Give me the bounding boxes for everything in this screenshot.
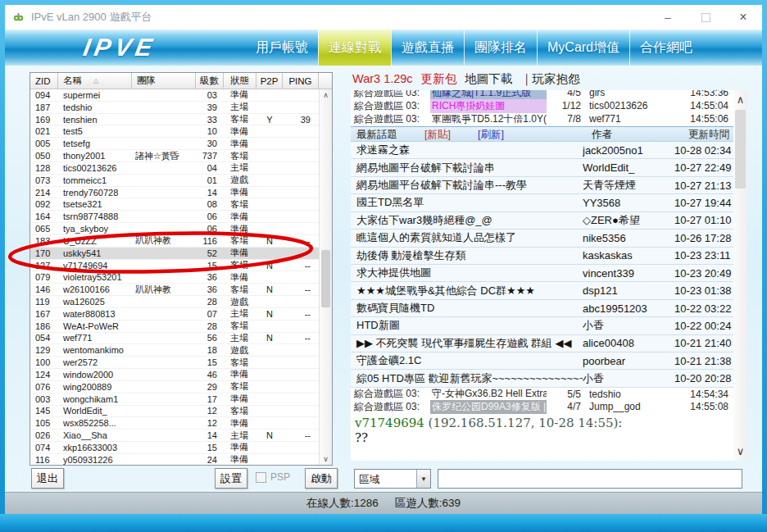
scrollbar-thumb[interactable] — [735, 110, 746, 189]
table-row[interactable]: 026Xiao__Sha14主場N-- — [30, 430, 319, 442]
table-row[interactable]: 129wentomankimo18遊戲 — [30, 344, 319, 357]
table-row[interactable]: 145WorldEdit_12客場 — [30, 406, 319, 418]
table-row[interactable]: 170uskky54152準備 — [30, 248, 319, 260]
launch-button[interactable]: 啟動 — [305, 468, 338, 489]
forum-row[interactable]: 數碼寶貝隨機TDabc1995120310-22 03:22 — [351, 300, 733, 317]
minimize-button[interactable]: – — [649, 5, 687, 30]
forum-row[interactable]: 綜05 HTD專區 歡迎新舊玩家~~~~~~~~~~~~~~~~小香10-20 … — [351, 370, 733, 387]
tab-mycard[interactable]: MyCard增值 — [537, 30, 629, 66]
forum-row[interactable]: HTD新圖小香10-22 00:24 — [351, 317, 733, 334]
player-level: 10 — [196, 126, 224, 136]
table-row[interactable]: 214trendy76072814準備 — [30, 187, 319, 199]
column-header-team[interactable]: 團隊 — [132, 73, 196, 89]
table-row[interactable]: 186WeAt-PoWeR28客場 — [30, 321, 319, 333]
forum-row[interactable]: 守護金礦2.1Cpoorbear10-21 21:38 — [351, 352, 733, 370]
update-pack-link[interactable]: 更新包 — [421, 72, 457, 85]
forum-row[interactable]: 劫後傳 動漫槍擊生存類kaskaskas10-23 23:11 — [351, 248, 733, 265]
app-window: IPvE vLan 2900 遊戲平台 – × IPVE 用戶帳號連線對戰遊戲直… — [0, 0, 767, 532]
table-row[interactable]: 116y05093122624準備 — [30, 454, 319, 465]
exit-button[interactable]: 退出 — [31, 468, 64, 489]
table-row[interactable]: 167water88081307主場N-- — [30, 308, 319, 321]
settings-button[interactable]: 設置 — [215, 468, 247, 489]
room-row[interactable]: 綜合遊戲區 03:守-女神Gx36.B2 Hell Extra5/5tedshi… — [351, 388, 733, 401]
table-row[interactable]: 164tsrn9877488806準備 — [30, 211, 319, 223]
player-level: 04 — [196, 163, 224, 173]
forum-row[interactable]: 求迷霧之森jack2005no110-28 02:34 — [351, 142, 733, 159]
table-row[interactable]: 076wing20088929客場 — [30, 381, 319, 393]
table-row[interactable]: 073tommeicc101遊戲 — [30, 175, 319, 187]
room-host: tedshio — [581, 389, 669, 400]
table-row[interactable]: 094supermei03準備 — [30, 89, 319, 102]
table-row[interactable]: 100wer257215客場 — [30, 357, 319, 369]
chat-message-header: v71749694 (192.168.51.127, 10-28 14:55): — [351, 416, 733, 430]
forum-row[interactable]: 國王TD黑名單YY356810-27 19:44 — [351, 194, 733, 211]
column-header-ping[interactable]: PING — [283, 73, 319, 89]
room-host: wef771 — [581, 113, 669, 125]
scroll-down-icon[interactable]: ∨ — [323, 455, 329, 463]
map-download-link[interactable]: 地圖下載 — [465, 72, 512, 85]
player-zid: 005 — [30, 139, 58, 148]
table-row[interactable]: 054wef77156主場N-- — [30, 333, 319, 345]
table-row[interactable]: 128tics0021362604主場 — [30, 162, 319, 175]
room-row[interactable]: 綜合遊戲區 03:軍團戰爭TD5.12十倍1.0Y(7/8wef77114:55… — [351, 112, 733, 125]
player-status: 準備 — [224, 368, 256, 380]
forum-row[interactable]: 網易地圖平台破解下載討論串---教學天青等煙煙10-27 21:13 — [351, 177, 733, 194]
column-header-name[interactable]: 名稱 △ — [58, 73, 132, 89]
column-header-p2p[interactable]: P2P — [256, 73, 283, 89]
tab-stream[interactable]: 遊戲直播 — [391, 30, 464, 66]
table-row[interactable]: 074xkp1663300315準備 — [30, 442, 319, 454]
lobby-scrollbar[interactable]: ∧ ∨ — [733, 90, 747, 461]
table-row[interactable]: 021test510準備 — [30, 125, 319, 138]
close-button[interactable]: × — [724, 5, 762, 30]
table-row[interactable]: 124window200046準備 — [30, 369, 319, 381]
player-table-scrollbar[interactable]: ∧ ∨ — [319, 89, 332, 465]
player-level: 15 — [196, 443, 224, 452]
tab-account[interactable]: 用戶帳號 — [246, 30, 318, 66]
player-name: v71749694 — [58, 261, 132, 271]
player-zid: 127 — [30, 261, 58, 271]
tab-cybercafe[interactable]: 合作網吧 — [629, 30, 702, 66]
player-complaints-link[interactable]: ｜玩家抱怨 — [520, 72, 579, 85]
forum-row[interactable]: 瞧這個人的素質就知道人品怎樣了nike535610-26 17:28 — [351, 230, 733, 247]
column-header-zid[interactable]: ZID — [30, 73, 58, 89]
chat-input[interactable] — [438, 469, 742, 489]
table-row[interactable]: 105wsx852258...12準備 — [30, 417, 319, 430]
table-row[interactable]: 050thony2001諸神☆黃昏737客場 — [30, 150, 319, 162]
table-row[interactable]: 005tetsefg30準備 — [30, 138, 319, 150]
scroll-up-icon[interactable]: ∧ — [737, 93, 745, 106]
chat-channel-select[interactable]: 區域 ▼ — [354, 469, 431, 489]
table-row[interactable]: 119wa12602528遊戲 — [30, 296, 319, 308]
room-row[interactable]: 綜合遊戲區 03:仙緣之城|T1.1.9正式版4/5girs14:53:36 — [351, 90, 733, 99]
table-row[interactable]: 183U_UzZZ趴趴神教116客場N-- — [30, 235, 319, 248]
chevron-down-icon[interactable]: ▼ — [416, 470, 430, 488]
forum-row[interactable]: ★★★城堡戰爭&其他綜合 DC群★★★dsp12110-23 01:38 — [351, 282, 733, 299]
player-level: 18 — [196, 345, 224, 355]
forum-row[interactable]: ▶▶ 不死突襲 現代軍事殭屍生存遊戲 群組 ◀◀alice0040810-21 … — [351, 335, 733, 352]
forum-row[interactable]: 求大神提供地圖vincent33910-23 20:49 — [351, 265, 733, 282]
psp-checkbox[interactable] — [256, 472, 266, 483]
maximize-button[interactable] — [687, 5, 724, 30]
scrollbar-thumb[interactable] — [321, 250, 330, 307]
room-row[interactable]: 綜合遊戲區 03:RICH專掛奶娃圖1/12tics0021362614:55:… — [351, 99, 733, 112]
table-row[interactable]: 003wongchikam117準備 — [30, 393, 319, 406]
column-header-level[interactable]: 級數 — [196, 73, 224, 89]
column-header-status[interactable]: 狀態 — [224, 73, 256, 89]
forum-refresh-link[interactable]: [刷新] — [478, 128, 504, 142]
chat-meta: (192.168.51.127, 10-28 14:55): — [424, 416, 623, 430]
table-row[interactable]: 065tya_skyboy06準備 — [30, 223, 319, 235]
table-row[interactable]: 146w26100166趴趴神教36客場N-- — [30, 284, 319, 296]
forum-new-post-link[interactable]: [新貼] — [424, 128, 451, 142]
table-row[interactable]: 127v7174969415客場N-- — [30, 260, 319, 272]
table-row[interactable]: 079violetray5320136準備 — [30, 271, 319, 284]
player-zid: 187 — [30, 102, 58, 112]
tab-battle[interactable]: 連線對戰 — [318, 30, 391, 66]
table-row[interactable]: 092tsetse32108客場 — [30, 198, 319, 211]
table-row[interactable]: 169tenshien33客場Y39 — [30, 114, 319, 126]
forum-row[interactable]: 大家估下war3幾時絕種@_@◇ZER●希望10-27 01:10 — [351, 212, 733, 230]
forum-row[interactable]: 網易地圖平台破解下載討論串WorldEdit_10-27 22:49 — [351, 159, 733, 176]
scroll-down-icon[interactable]: ∨ — [737, 445, 745, 457]
scroll-up-icon[interactable]: ∧ — [323, 91, 329, 99]
tab-ranking[interactable]: 團隊排名 — [464, 30, 537, 66]
room-row[interactable]: 綜合遊戲區 03:侏罗纪公园D99A3修复版 |r4/7Jump__god14:… — [351, 400, 733, 413]
table-row[interactable]: 187tedshio39主場 — [30, 102, 319, 114]
